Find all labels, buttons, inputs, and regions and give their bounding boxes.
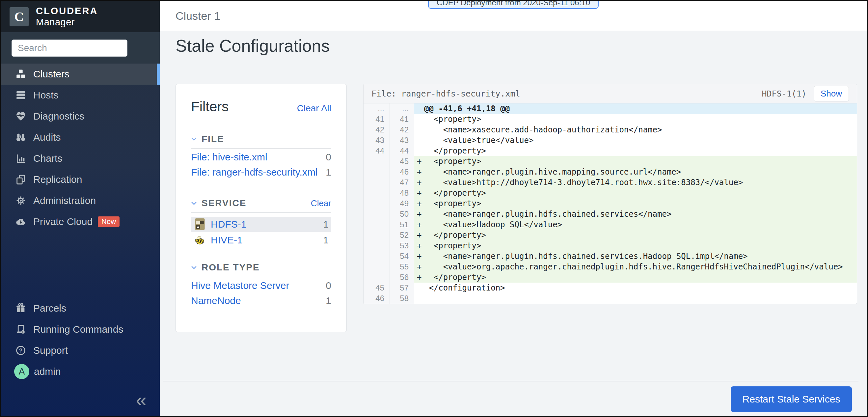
running-commands-scroll-icon: [14, 324, 27, 335]
diff-new-line-number: 51: [390, 219, 414, 230]
sidebar-bottom-nav: Parcels Running Commands ?: [1, 298, 160, 382]
sidebar-item-administration[interactable]: Administration: [1, 190, 160, 211]
avatar: A: [14, 364, 29, 379]
diff-row: 47 + <value>http://dhoyle714-3.dhoyle714…: [364, 177, 857, 188]
divider: [191, 277, 331, 277]
search-input[interactable]: [11, 39, 127, 57]
diff-code-line: + <property>: [414, 240, 857, 251]
diff-code-line: + </property>: [414, 230, 857, 240]
diff-row: 53 + <property>: [364, 240, 857, 251]
sidebar-nav: Clusters Hosts Diagnostics: [1, 64, 160, 232]
footer-divider: [163, 381, 859, 381]
role-type-section-header[interactable]: ROLE TYPE: [191, 262, 331, 273]
selected-indicator: [157, 64, 160, 85]
filter-link[interactable]: File: hive-site.xml: [191, 151, 268, 163]
filter-count: 1: [326, 295, 331, 306]
diff-code-text: <name>ranger.plugin.hdfs.chained.service…: [424, 251, 748, 261]
filter-link[interactable]: File: ranger-hdfs-security.xml: [191, 167, 318, 178]
hdfs-service-icon: [194, 218, 206, 230]
diff-marker: +: [414, 157, 424, 166]
sidebar-item-charts[interactable]: Charts: [1, 148, 160, 169]
diff-new-line-number: 48: [390, 188, 414, 198]
chevron-down-icon: [191, 137, 197, 141]
diff-new-line-number: 56: [390, 272, 414, 282]
username-label: admin: [34, 366, 61, 377]
brand-text: CLOUDERA Manager: [36, 6, 98, 28]
service-section-header[interactable]: SERVICE Clear: [191, 198, 331, 208]
sidebar-collapse-icon[interactable]: «: [136, 390, 147, 410]
sidebar-item-admin-user[interactable]: A admin: [1, 361, 160, 382]
diff-code-line: + </property>: [414, 188, 857, 198]
sidebar-item-label: Parcels: [33, 303, 66, 314]
diff-code-line: </property>: [414, 146, 857, 156]
clear-all-link[interactable]: Clear All: [297, 103, 331, 114]
show-button[interactable]: Show: [814, 86, 849, 101]
diff-code-line: + <name>ranger.plugin.hive.mapping.sourc…: [414, 167, 857, 177]
diff-code-text: <property>: [424, 241, 481, 250]
cloudera-logo-icon[interactable]: C: [9, 7, 29, 26]
diff-marker: +: [414, 220, 424, 229]
diff-code-line: + <value>Hadoop SQL</value>: [414, 219, 857, 230]
diff-row: 56 + </property>: [364, 272, 857, 282]
diff-new-line-number: 42: [390, 124, 414, 135]
sidebar-item-private-cloud[interactable]: Private Cloud New: [1, 211, 160, 232]
diff-marker: +: [414, 262, 424, 271]
sidebar-item-label: Running Commands: [33, 324, 123, 335]
hive-service-icon: [194, 235, 206, 245]
sidebar-item-diagnostics[interactable]: Diagnostics: [1, 106, 160, 127]
diff-new-line-number: 43: [390, 135, 414, 146]
service-link[interactable]: HIVE-1: [211, 235, 323, 246]
administration-gear-icon: [14, 195, 27, 206]
diff-new-line-number: 49: [390, 198, 414, 209]
sidebar-item-hosts[interactable]: Hosts: [1, 85, 160, 106]
new-badge: New: [98, 216, 120, 227]
diff-code-text: <name>ranger.plugin.hdfs.chained.service…: [424, 209, 672, 219]
diff-old-line-number: 41: [364, 114, 390, 124]
diff-row: 46 + <name>ranger.plugin.hive.mapping.so…: [364, 167, 857, 177]
diff-new-line-number: ...: [390, 103, 414, 114]
sidebar: C CLOUDERA Manager Clusters: [1, 1, 160, 416]
diff-row: 45 57 </configuration>: [364, 282, 857, 293]
diff-code-line: + <property>: [414, 198, 857, 209]
sidebar-item-replication[interactable]: Replication: [1, 169, 160, 190]
diff-new-line-number: 55: [390, 262, 414, 272]
sidebar-item-audits[interactable]: Audits: [1, 127, 160, 148]
diff-old-line-number: 44: [364, 146, 390, 156]
diff-body: ... ... @@ -41,6 +41,18 @@ 41 41 <proper…: [364, 103, 857, 304]
restart-stale-services-button[interactable]: Restart Stale Services: [731, 386, 852, 412]
service-link[interactable]: HDFS-1: [211, 219, 323, 230]
diff-code-line: <name>xasecure.add-hadoop-authorization<…: [414, 124, 857, 135]
diff-old-line-number: [364, 262, 390, 272]
service-clear-link[interactable]: Clear: [311, 198, 331, 208]
diff-row: 51 + <value>Hadoop SQL</value>: [364, 219, 857, 230]
filter-link[interactable]: NameNode: [191, 295, 241, 306]
cluster-name[interactable]: Cluster 1: [176, 1, 220, 31]
diff-row: 45 + <property>: [364, 156, 857, 167]
sidebar-item-support[interactable]: ? Support: [1, 340, 160, 361]
diff-new-line-number: 54: [390, 251, 414, 262]
diff-code-text: </property>: [424, 231, 486, 240]
diff-old-line-number: 45: [364, 282, 390, 293]
diff-new-line-number: 45: [390, 156, 414, 167]
divider: [191, 212, 331, 213]
cloudera-manager-screen: C CLOUDERA Manager Clusters: [0, 0, 868, 417]
sidebar-item-parcels[interactable]: Parcels: [1, 298, 160, 319]
sidebar-item-running-commands[interactable]: Running Commands: [1, 319, 160, 340]
deployment-banner: CDEP Deployment from 2020-Sep-11 06:10: [428, 0, 599, 9]
diff-new-line-number: 41: [390, 114, 414, 124]
diff-code-text: <property>: [424, 157, 481, 166]
deployment-banner-text: CDEP Deployment from 2020-Sep-11 06:10: [437, 0, 590, 7]
diff-code-line: + <property>: [414, 156, 857, 167]
filter-item-ranger-hdfs-security: File: ranger-hdfs-security.xml 1: [191, 166, 331, 179]
diff-old-line-number: [364, 198, 390, 209]
file-section-header[interactable]: FILE: [191, 134, 331, 144]
svg-text:?: ?: [19, 348, 22, 354]
filter-count: 0: [326, 151, 331, 163]
sidebar-item-clusters[interactable]: Clusters: [1, 64, 160, 85]
filter-link[interactable]: Hive Metastore Server: [191, 280, 289, 291]
avatar-letter: A: [19, 366, 25, 377]
diff-code-text: </configuration>: [424, 283, 505, 293]
diff-old-line-number: [364, 167, 390, 177]
diff-row: 49 + <property>: [364, 198, 857, 209]
charts-bar-chart-icon: [14, 153, 27, 164]
